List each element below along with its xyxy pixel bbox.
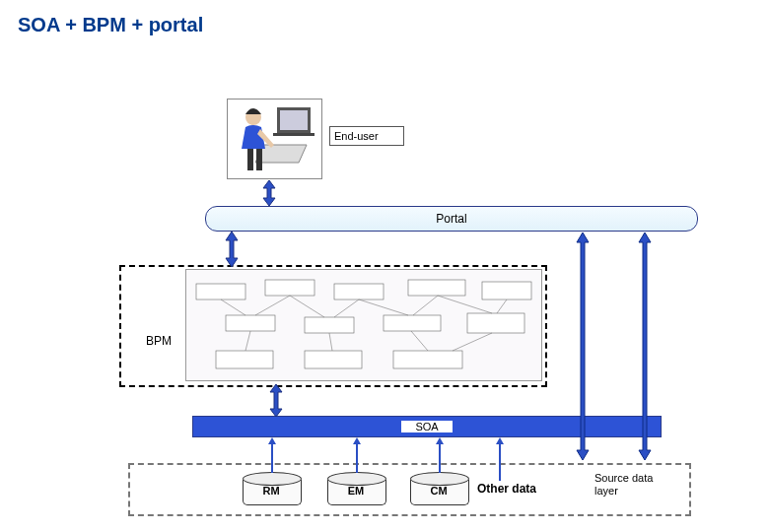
arrow-bpm-soa (268, 384, 284, 417)
db-rm-label: RM (243, 485, 300, 497)
svg-marker-33 (577, 233, 589, 460)
arrow-rm-soa (267, 437, 277, 473)
svg-line-23 (413, 296, 438, 315)
soa-node: SOA (192, 416, 662, 437)
svg-marker-30 (263, 180, 275, 206)
page-title: SOA + BPM + portal (18, 14, 203, 36)
svg-line-27 (329, 333, 332, 351)
db-em-label: EM (327, 485, 384, 497)
svg-rect-12 (305, 317, 354, 333)
svg-rect-8 (334, 284, 384, 299)
arrow-portal-bpm (224, 232, 240, 267)
svg-rect-15 (216, 351, 273, 368)
svg-line-18 (221, 299, 245, 315)
svg-marker-38 (496, 437, 504, 481)
svg-marker-32 (270, 384, 282, 417)
svg-marker-35 (268, 437, 276, 473)
svg-rect-4 (247, 149, 253, 170)
svg-rect-13 (384, 315, 441, 331)
db-em: EM (327, 472, 384, 504)
end-user-illustration (227, 99, 322, 179)
svg-marker-34 (639, 233, 651, 460)
arrow-other-soa (495, 437, 505, 481)
arrow-cm-soa (435, 437, 445, 473)
svg-rect-14 (467, 313, 524, 333)
svg-rect-5 (256, 149, 262, 170)
svg-rect-6 (196, 284, 245, 299)
source-layer-label: Source datalayer (594, 472, 653, 498)
db-rm: RM (243, 472, 300, 504)
svg-rect-2 (273, 133, 315, 136)
arrow-em-soa (352, 437, 362, 473)
svg-marker-31 (226, 232, 238, 267)
portal-node: Portal (205, 206, 698, 232)
svg-line-29 (453, 333, 492, 351)
svg-line-22 (359, 299, 408, 315)
svg-marker-36 (353, 437, 361, 473)
svg-rect-11 (226, 315, 275, 331)
arrow-portal-src-2 (638, 233, 652, 460)
svg-line-20 (290, 296, 324, 317)
svg-line-26 (245, 331, 250, 351)
end-user-label: End-user (329, 126, 404, 146)
other-data-label: Other data (477, 482, 536, 496)
svg-rect-9 (408, 280, 465, 296)
svg-rect-1 (280, 110, 308, 130)
svg-rect-7 (265, 280, 315, 296)
arrow-user-portal (261, 180, 277, 206)
svg-rect-10 (482, 282, 531, 299)
db-cm: CM (410, 472, 467, 504)
svg-line-21 (334, 299, 359, 317)
svg-line-19 (255, 296, 290, 315)
svg-rect-16 (305, 351, 362, 368)
svg-line-28 (411, 331, 428, 351)
arrow-portal-src-1 (576, 233, 590, 460)
bpm-label: BPM (146, 334, 172, 348)
svg-marker-37 (436, 437, 444, 473)
db-cm-label: CM (410, 485, 467, 497)
svg-line-25 (497, 299, 507, 313)
bpm-diagram-thumbnail (185, 269, 542, 381)
svg-rect-17 (393, 351, 462, 368)
soa-label: SOA (401, 421, 452, 432)
